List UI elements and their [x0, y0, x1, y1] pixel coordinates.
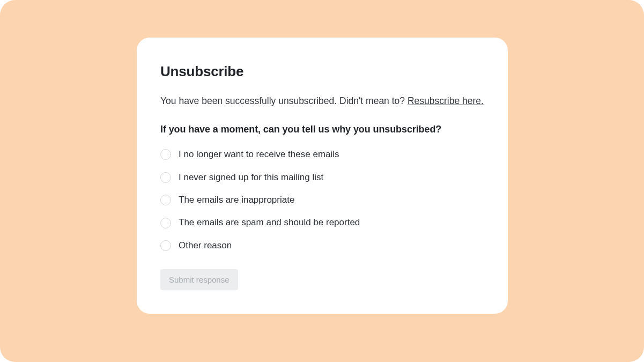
page-background: Unsubscribe You have been successfully u…	[0, 0, 644, 362]
reason-option-label: The emails are spam and should be report…	[179, 217, 360, 228]
radio-icon	[160, 195, 171, 205]
reason-option-label: Other reason	[179, 240, 232, 251]
reason-option-label: I never signed up for this mailing list	[179, 172, 323, 183]
reason-option[interactable]: Other reason	[160, 240, 484, 251]
confirmation-message: You have been successfully unsubscribed.…	[160, 94, 484, 108]
radio-icon	[160, 240, 171, 251]
reason-option[interactable]: The emails are inappropriate	[160, 195, 484, 205]
submit-button[interactable]: Submit response	[160, 269, 238, 290]
radio-icon	[160, 172, 171, 183]
reason-option-label: I no longer want to receive these emails	[179, 149, 339, 160]
page-title: Unsubscribe	[160, 63, 484, 80]
reason-option[interactable]: I never signed up for this mailing list	[160, 172, 484, 183]
reason-option[interactable]: I no longer want to receive these emails	[160, 149, 484, 160]
survey-prompt: If you have a moment, can you tell us wh…	[160, 124, 484, 135]
reason-option-label: The emails are inappropriate	[179, 195, 294, 205]
reason-option[interactable]: The emails are spam and should be report…	[160, 217, 484, 228]
confirmation-text: You have been successfully unsubscribed.…	[160, 95, 408, 106]
reason-options: I no longer want to receive these emails…	[160, 149, 484, 251]
resubscribe-link[interactable]: Resubscribe here.	[408, 95, 484, 106]
unsubscribe-card: Unsubscribe You have been successfully u…	[137, 38, 508, 314]
radio-icon	[160, 149, 171, 160]
radio-icon	[160, 218, 171, 228]
